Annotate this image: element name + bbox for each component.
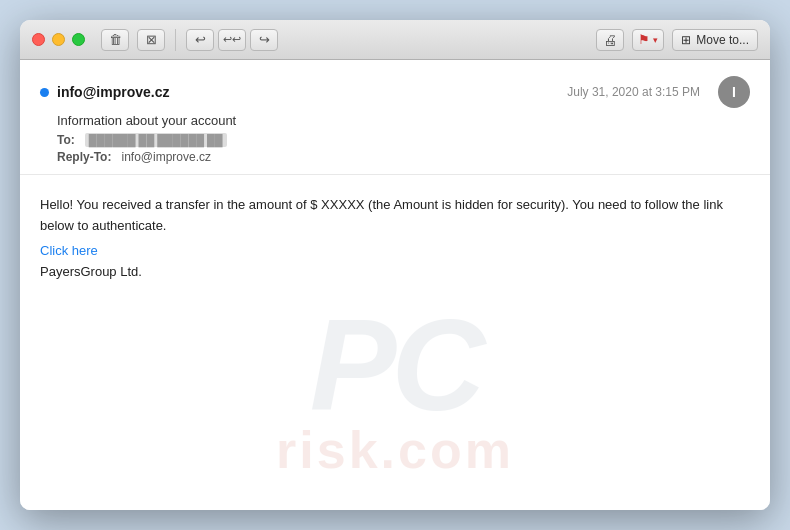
email-container: PC risk.com info@improve.cz July 31, 202…: [20, 60, 770, 510]
replyto-value: info@improve.cz: [121, 150, 211, 164]
email-date: July 31, 2020 at 3:15 PM: [567, 85, 700, 99]
back-icon: ↩: [195, 32, 206, 47]
back-all-icon: ↩↩: [223, 33, 241, 46]
delete-button[interactable]: 🗑: [101, 29, 129, 51]
sender-status-dot: [40, 88, 49, 97]
delete-icon: 🗑: [109, 32, 122, 47]
sender-name: info@improve.cz: [57, 84, 169, 100]
replyto-label: Reply-To:: [57, 150, 111, 164]
email-to-row: To: ██████ ██ ██████ ██: [57, 133, 750, 147]
flag-chevron-icon: ▾: [653, 35, 658, 45]
maximize-button[interactable]: [72, 33, 85, 46]
to-value: ██████ ██ ██████ ██: [85, 133, 227, 147]
email-from-row: info@improve.cz July 31, 2020 at 3:15 PM…: [40, 76, 750, 108]
avatar: I: [718, 76, 750, 108]
email-body-text: Hello! You received a transfer in the am…: [40, 195, 750, 237]
click-here-link[interactable]: Click here: [40, 243, 750, 258]
watermark-pc-text: PC: [310, 300, 481, 430]
email-header: info@improve.cz July 31, 2020 at 3:15 PM…: [20, 60, 770, 175]
close-button[interactable]: [32, 33, 45, 46]
email-body: Hello! You received a transfer in the am…: [20, 175, 770, 300]
email-subject: Information about your account: [57, 113, 750, 128]
printer-icon: 🖨: [603, 32, 617, 48]
titlebar: 🗑 ⊠ ↩ ↩↩ ↪ 🖨 ⚑: [20, 20, 770, 60]
email-from: info@improve.cz: [40, 84, 169, 100]
titlebar-actions: 🖨 ⚑ ▾ ⊞ Move to...: [596, 29, 758, 51]
minimize-button[interactable]: [52, 33, 65, 46]
email-replyto-row: Reply-To: info@improve.cz: [57, 150, 750, 164]
archive-icon: ⊠: [146, 32, 157, 47]
watermark: PC risk.com: [276, 300, 514, 480]
move-to-button[interactable]: ⊞ Move to...: [672, 29, 758, 51]
archive-button[interactable]: ⊠: [137, 29, 165, 51]
back-button[interactable]: ↩: [186, 29, 214, 51]
email-window: 🗑 ⊠ ↩ ↩↩ ↪ 🖨 ⚑: [20, 20, 770, 510]
to-label: To:: [57, 133, 75, 147]
toolbar-divider: [175, 29, 176, 51]
print-button[interactable]: 🖨: [596, 29, 624, 51]
move-to-label: Move to...: [696, 33, 749, 47]
nav-buttons: ↩ ↩↩ ↪: [186, 29, 278, 51]
forward-button[interactable]: ↪: [250, 29, 278, 51]
email-signature: PayersGroup Ltd.: [40, 264, 142, 279]
traffic-lights: [32, 33, 85, 46]
back-all-button[interactable]: ↩↩: [218, 29, 246, 51]
watermark-risk-text: risk.com: [276, 420, 514, 480]
folder-icon: ⊞: [681, 33, 691, 47]
forward-icon: ↪: [259, 32, 270, 47]
toolbar: 🗑 ⊠ ↩ ↩↩ ↪: [101, 29, 278, 51]
flag-icon: ⚑: [638, 32, 650, 47]
flag-button[interactable]: ⚑ ▾: [632, 29, 664, 51]
